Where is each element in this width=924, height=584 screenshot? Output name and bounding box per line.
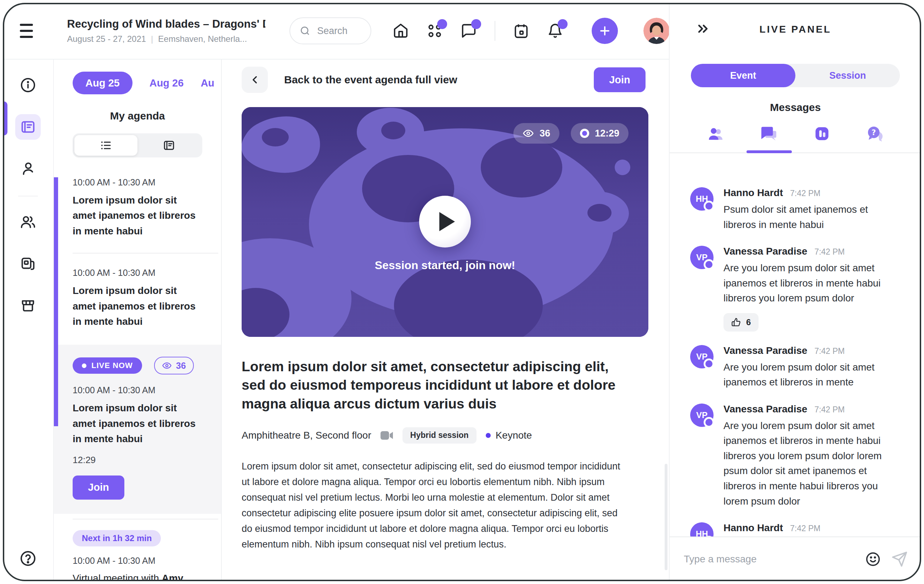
calendar-icon[interactable]: [513, 23, 529, 39]
agenda-item-time: 10:00 AM - 10:30 AM: [73, 177, 204, 188]
message-text: Are you lorem psum dolor sit amet ipanem…: [723, 360, 892, 390]
back-label: Back to the event agenda full view: [284, 74, 457, 86]
join-session-button[interactable]: Join: [73, 475, 124, 500]
chat-tab-icon[interactable]: [761, 126, 777, 142]
session-video-player[interactable]: 36 12:29 Session started, join now!: [242, 107, 648, 337]
qa-tab-icon[interactable]: ?: [867, 126, 883, 142]
event-title: Recycling of Wind blades – Dragons' D...: [67, 18, 266, 30]
hamburger-menu-icon[interactable]: [20, 24, 33, 38]
chat-icon[interactable]: [460, 23, 477, 39]
info-icon[interactable]: [15, 72, 41, 98]
message-time: 7:42 PM: [790, 524, 820, 533]
event-app-window: Recycling of Wind blades – Dragons' D...…: [0, 0, 924, 584]
message-author: Hanno Hardt: [723, 522, 783, 534]
play-button[interactable]: [419, 196, 471, 248]
next-in-badge: Next in 1h 32 min: [73, 530, 161, 546]
left-icon-rail: [3, 60, 54, 581]
message-author: Vanessa Paradise: [723, 404, 807, 415]
record-dot-icon: [580, 129, 589, 138]
message-input[interactable]: [683, 553, 855, 565]
send-icon[interactable]: [891, 551, 908, 567]
list-view-button[interactable]: [74, 135, 137, 156]
polls-tab-icon[interactable]: [814, 126, 830, 142]
home-icon[interactable]: [393, 23, 409, 39]
rail-divider: [18, 196, 38, 197]
agenda-item-title: Virtual meeting with Amy Mann: [73, 571, 200, 581]
notification-badge: [558, 19, 568, 29]
board-view-button[interactable]: [137, 135, 201, 156]
agenda-active-range-bar: [54, 177, 58, 426]
main-scrollbar[interactable]: [665, 464, 668, 570]
message-tabs: ?: [670, 126, 921, 153]
session-description: Lorem ipsum dolor sit amet, consectetur …: [242, 458, 629, 552]
collapse-panel-icon[interactable]: [695, 21, 711, 38]
apps-grid-icon[interactable]: [427, 23, 443, 39]
like-button[interactable]: 6: [723, 313, 759, 331]
online-dot: [704, 359, 714, 369]
agenda-icon[interactable]: [15, 114, 41, 140]
category-dot-icon: [486, 433, 491, 438]
agenda-item-time: 10:00 AM - 10:30 AM: [73, 385, 221, 395]
elapsed-time: 12:29: [73, 455, 221, 466]
profile-icon[interactable]: [15, 156, 41, 182]
session-type-tag: Hybrid session: [403, 427, 477, 443]
add-button[interactable]: [592, 18, 618, 44]
board-view-icon: [163, 139, 175, 152]
notification-badge: [471, 19, 481, 29]
video-camera-icon: [381, 431, 393, 440]
attendees-tab-icon[interactable]: [708, 126, 724, 142]
list-view-icon: [99, 139, 112, 152]
video-overlays: 36 12:29: [513, 123, 629, 144]
agenda-title: My agenda: [54, 110, 221, 122]
eye-icon: [162, 361, 172, 371]
people-icon[interactable]: [15, 209, 41, 235]
chat-message: VP Vanessa Paradise7:42 PM Are you lorem…: [690, 404, 908, 509]
tab-session[interactable]: Session: [795, 64, 900, 87]
next-agenda-item[interactable]: Next in 1h 32 min 10:00 AM - 10:30 AM Vi…: [73, 530, 221, 581]
agenda-divider: [73, 253, 218, 253]
live-agenda-item[interactable]: LIVE NOW 36 10:00 AM - 10:30 AM Lorem ip…: [54, 345, 221, 513]
search-icon: [299, 25, 311, 36]
chat-message: HH Hanno Hardt7:42 PM Psum dolor sit ame…: [690, 187, 908, 232]
message-time: 7:42 PM: [815, 405, 845, 415]
messages-list[interactable]: HH Hanno Hardt7:42 PM Psum dolor sit ame…: [670, 174, 921, 536]
message-time: 7:42 PM: [815, 247, 845, 257]
viewers-pill: 36: [513, 123, 559, 144]
online-dot: [704, 259, 714, 270]
agenda-item[interactable]: 10:00 AM - 10:30 AM Lorem ipsum dolor si…: [73, 268, 204, 329]
session-category: Keynote: [486, 430, 532, 441]
expo-icon[interactable]: [15, 251, 41, 276]
active-rail-indicator: [3, 101, 7, 136]
chat-message: VP Vanessa Paradise7:42 PM Are you lorem…: [690, 246, 908, 331]
eye-icon: [523, 127, 534, 139]
marketplace-icon[interactable]: [15, 293, 41, 318]
back-button[interactable]: [242, 67, 268, 93]
date-tab-aug26[interactable]: Aug 26: [150, 77, 184, 89]
avatar: VP: [690, 246, 714, 269]
emoji-icon[interactable]: [865, 551, 881, 567]
join-button[interactable]: Join: [594, 67, 645, 92]
avatar[interactable]: [644, 18, 670, 44]
agenda-item-title: Lorem ipsum dolor sit amet ipanemos et l…: [73, 400, 200, 447]
message-author: Hanno Hardt: [723, 187, 783, 199]
date-tab-aug27[interactable]: Au: [201, 77, 214, 89]
online-dot: [704, 201, 714, 211]
live-panel-header: LIVE PANEL: [670, 3, 921, 56]
date-tab-aug25[interactable]: Aug 25: [73, 72, 132, 94]
event-subtitle: August 25 - 27, 2021|Eemshaven, Netherla…: [67, 34, 266, 44]
session-location: Amphitheatre B, Second floor: [242, 430, 371, 441]
session-title: Lorem ipsum dolor sit amet, consectetur …: [242, 357, 624, 413]
avatar: HH: [690, 187, 714, 211]
message-text: Are you lorem psum dolor sit amet ipanem…: [723, 419, 892, 509]
event-dates: August 25 - 27, 2021: [67, 34, 146, 44]
agenda-item-time: 10:00 AM - 10:30 AM: [73, 268, 204, 278]
bell-icon[interactable]: [547, 23, 563, 39]
plus-icon: [598, 24, 612, 38]
help-icon[interactable]: [3, 550, 53, 567]
agenda-item[interactable]: 10:00 AM - 10:30 AM Lorem ipsum dolor si…: [73, 177, 204, 239]
tab-event[interactable]: Event: [691, 64, 795, 87]
online-dot: [704, 417, 714, 428]
messages-title: Messages: [670, 101, 921, 114]
search-input[interactable]: Search: [289, 17, 371, 44]
thumbs-up-icon: [731, 318, 741, 327]
